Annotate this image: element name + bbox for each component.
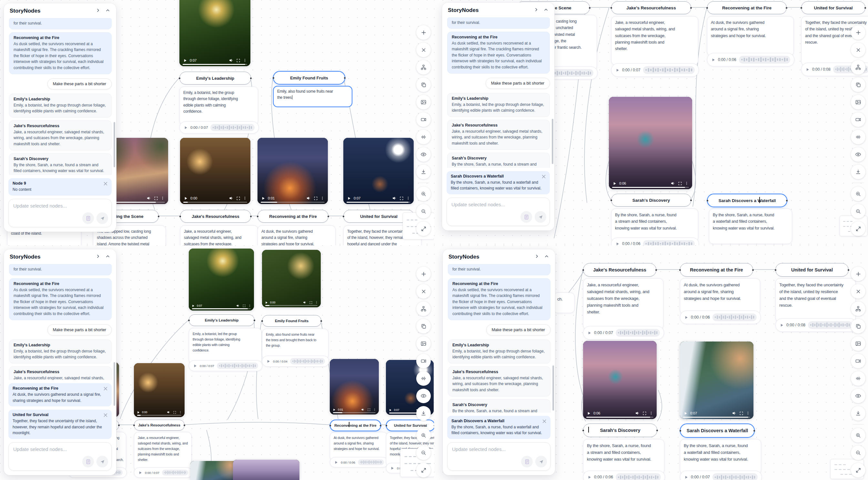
toolbar-button-plus[interactable] <box>851 267 865 281</box>
chevron-up-icon[interactable] <box>544 7 549 13</box>
scrollbar-thumb[interactable] <box>552 365 554 411</box>
update-input[interactable]: Update selected nodes... <box>8 199 112 227</box>
story-card[interactable]: Sarah's DiscoveryBy the shore, Sarah, a … <box>9 153 112 175</box>
story-card[interactable]: Jake's ResourcefulnessJake, a resourcefu… <box>9 366 112 380</box>
collapse-button[interactable] <box>534 7 539 13</box>
video-node[interactable]: 0:07 <box>680 341 753 419</box>
audio-player[interactable]: 0:00 / 0:07 <box>179 121 259 133</box>
node-text-card[interactable]: Emily, a botanist, led the groupthrough … <box>189 328 262 364</box>
node-text-card[interactable]: By the shore, Sarah, a nurse, founda str… <box>583 439 664 475</box>
story-card[interactable]: for their survival. <box>9 264 112 275</box>
story-card[interactable]: for their survival. <box>448 264 551 275</box>
toolbar-button-plus[interactable] <box>416 25 431 40</box>
toolbar-button-expand[interactable] <box>416 221 431 236</box>
audio-player[interactable]: 0:00 / 0:07 <box>134 468 192 478</box>
node-text-card[interactable]: Jake, a resourceful engineer,salvaged me… <box>134 432 192 471</box>
video-progress[interactable] <box>612 187 689 188</box>
attach-doc-button[interactable] <box>521 211 532 223</box>
toolbar-button-plus[interactable] <box>416 267 431 281</box>
toolbar-button-audio[interactable] <box>416 371 431 386</box>
send-button[interactable] <box>535 456 547 468</box>
video-node[interactable]: 0:06 <box>583 341 657 419</box>
toolbar-button-expand[interactable] <box>851 463 865 477</box>
video-node[interactable]: 0:00 <box>134 363 185 417</box>
story-card[interactable]: Jake's ResourcefulnessJake, a resourcefu… <box>448 366 551 396</box>
video-node[interactable]: 0:00 <box>180 138 250 204</box>
video-node[interactable] <box>233 460 300 480</box>
toolbar-button-zoom-out[interactable] <box>851 204 865 218</box>
toolbar-button-zoom-in[interactable] <box>851 428 865 443</box>
node-text-card[interactable]: Together, they faced the uncertaintyof t… <box>775 278 856 322</box>
node-title-pill[interactable]: Jake's Resourcefulness <box>134 420 185 430</box>
toolbar-button-zoom-out[interactable] <box>416 204 431 218</box>
node-title-pill[interactable]: Reconvening at the Fire <box>680 263 753 277</box>
toolbar-button-download[interactable] <box>416 164 431 179</box>
node-title-pill[interactable]: Emily Found Fruits <box>273 71 345 85</box>
send-button[interactable] <box>96 212 108 224</box>
node-title-pill[interactable]: Emily's Leadership <box>189 314 255 326</box>
chevron-up-icon[interactable] <box>544 254 549 260</box>
toolbar-button-close[interactable] <box>416 42 431 57</box>
audio-player[interactable]: 0:00 / 0:07 <box>611 63 699 77</box>
toolbar-button-eye[interactable] <box>416 389 431 403</box>
toolbar-button-copy[interactable] <box>851 78 865 92</box>
story-card-list[interactable]: for their survival.Reconvening at the Fi… <box>442 16 554 168</box>
node-text-card[interactable]: At dusk, the survivors gatheredaround a … <box>707 16 794 56</box>
toolbar-button-close[interactable] <box>851 42 865 57</box>
node-text-card[interactable]: By the shore, Sarah, a nurse, founda wat… <box>680 439 761 475</box>
toolbar-button-download[interactable] <box>851 406 865 421</box>
node-text-card[interactable]: By the shore, Sarah, a nurse, founda str… <box>611 209 698 242</box>
node-text-input[interactable]: Emily, also found some fruits nearthe tr… <box>273 86 352 107</box>
toolbar-button-video[interactable] <box>416 112 431 127</box>
audio-player[interactable]: 0:00 / 0:07 <box>189 360 262 371</box>
toolbar-button-video[interactable] <box>851 112 865 127</box>
audio-player[interactable]: 0:00 / 0:06 <box>680 310 761 324</box>
video-progress[interactable] <box>346 202 410 203</box>
story-card[interactable]: Emily's LeadershipEmily, a botanist, led… <box>9 339 112 363</box>
audio-player[interactable]: 0:00 / 0:07 <box>583 326 664 339</box>
node-text-card[interactable]: Emily, a botanist, led the groupthrough … <box>179 87 258 125</box>
story-card[interactable]: Emily's LeadershipEmily, a botanist, led… <box>9 94 112 118</box>
scrollbar-thumb[interactable] <box>114 122 115 167</box>
video-node[interactable]: 0:07 <box>179 0 250 66</box>
chevron-up-icon[interactable] <box>105 8 111 14</box>
toolbar-button-audio[interactable] <box>416 130 431 144</box>
node-text-card[interactable]: Jake, a resourceful engineer,salvaged me… <box>583 278 663 330</box>
node-text-card[interactable]: By the shore, Sarah, a nurse, founda wat… <box>709 209 792 244</box>
close-icon[interactable] <box>103 181 108 188</box>
audio-player[interactable]: 0:00 / 0:07 <box>680 471 762 480</box>
audio-player[interactable]: 0:00 / 0:06 <box>707 53 795 66</box>
node-title-pill[interactable]: Sarah Discovers a Waterfall <box>680 423 755 438</box>
audio-player[interactable]: 0:00 / 0:06 <box>330 457 388 468</box>
toolbar-button-image[interactable] <box>416 95 431 110</box>
video-progress[interactable] <box>183 202 247 203</box>
make-shorter-button[interactable]: Make these parts a bit shorter <box>48 79 112 89</box>
video-node[interactable]: 0:00 <box>262 250 321 307</box>
toolbar-button-expand[interactable] <box>416 463 431 477</box>
send-button[interactable] <box>96 456 108 468</box>
story-card[interactable]: for their survival. <box>9 18 112 29</box>
collapse-button[interactable] <box>95 8 101 14</box>
attach-doc-button[interactable] <box>521 456 533 468</box>
toolbar-button-flow[interactable] <box>851 301 865 316</box>
selected-node-card[interactable]: United for SurvivalTogether, they faced … <box>8 410 112 439</box>
close-icon[interactable] <box>103 386 108 393</box>
toolbar-button-download[interactable] <box>416 406 431 421</box>
node-title-pill[interactable]: Jake's Resourcefulness <box>583 263 656 277</box>
node-title-pill[interactable]: United for Survival <box>775 263 849 277</box>
story-card-list[interactable]: for their survival.Reconvening at the Fi… <box>4 263 116 380</box>
toolbar-button-expand[interactable] <box>851 221 865 236</box>
story-card[interactable]: Reconvening at the FireAs dusk settled, … <box>448 278 551 320</box>
toolbar-button-image[interactable] <box>851 336 865 351</box>
scrollbar-thumb[interactable] <box>114 362 115 406</box>
audio-player[interactable]: 0:00 / 0:04 <box>262 356 329 367</box>
update-input[interactable]: Update selected nodes... <box>447 442 551 471</box>
toolbar-button-zoom-in[interactable] <box>416 187 431 201</box>
attach-doc-button[interactable] <box>82 456 94 468</box>
toolbar-button-zoom-in[interactable] <box>851 187 865 201</box>
node-title-pill[interactable]: Reconvening at the Fire <box>707 1 787 14</box>
story-card[interactable]: Reconvening at the FireAs dusk settled, … <box>447 32 550 73</box>
node-text-card[interactable]: At dusk, the survivors gatheredaround a … <box>680 278 760 314</box>
video-progress[interactable] <box>333 412 376 414</box>
chevron-up-icon[interactable] <box>105 254 111 260</box>
